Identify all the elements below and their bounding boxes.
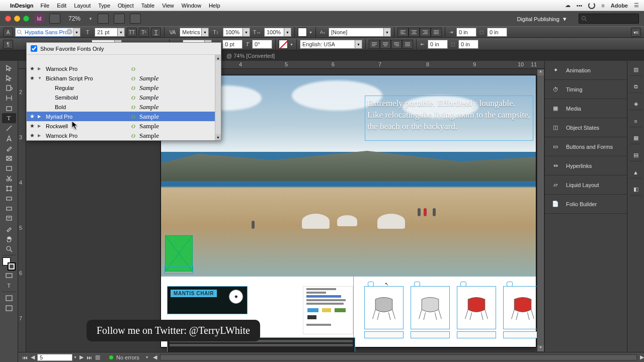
paragraph-formatting-mode[interactable]: ¶: [3, 40, 13, 49]
scissors-tool[interactable]: [2, 173, 16, 184]
panel-media[interactable]: ▦Media: [545, 99, 627, 118]
font-option-myriad-pro[interactable]: ★Myriad ProOSample: [27, 112, 221, 121]
view-options-button[interactable]: [98, 14, 109, 24]
favorite-star-icon[interactable]: ★: [27, 113, 38, 120]
rectangle-tool[interactable]: [2, 163, 16, 173]
menu-view[interactable]: View: [162, 3, 174, 9]
justify-left-button[interactable]: [369, 40, 380, 49]
space-before-field[interactable]: 0 in: [487, 28, 507, 37]
font-size-field[interactable]: 21 pt▼: [95, 28, 125, 37]
zoom-tool[interactable]: [2, 244, 16, 254]
content-collector-tool[interactable]: [2, 103, 16, 113]
chair-thumb[interactable]: [411, 286, 450, 346]
eyedropper-tool[interactable]: [2, 224, 16, 234]
panel-hyperlinks[interactable]: ⇔Hyperlinks: [545, 156, 627, 175]
vertical-scrollbar[interactable]: ▲ ▼: [537, 69, 544, 352]
swatches-panel-icon[interactable]: ▤: [630, 149, 642, 161]
menubar-extra-icon[interactable]: ☁︎: [565, 2, 571, 9]
pen-tool[interactable]: [2, 133, 16, 143]
chair-thumb[interactable]: ↖: [364, 286, 404, 346]
layers-panel-icon[interactable]: ◈: [630, 98, 642, 110]
note-tool[interactable]: [2, 214, 16, 224]
space-after-field[interactable]: 0 in: [458, 40, 478, 49]
preflight-status[interactable]: No errors▼: [109, 354, 149, 360]
fill-swatch[interactable]: [298, 28, 307, 37]
view-mode-preview[interactable]: [2, 303, 16, 313]
gap-tool[interactable]: [2, 93, 16, 103]
gradient-feather-tool[interactable]: [2, 204, 16, 214]
font-option-bickham-script-pro[interactable]: ★Bickham Script ProOSample: [27, 73, 221, 83]
underline-button[interactable]: T: [151, 28, 161, 37]
app-name[interactable]: InDesign: [10, 3, 33, 9]
indent-left-field[interactable]: 0 in: [456, 28, 476, 37]
align-right-button[interactable]: [420, 28, 431, 37]
expand-icon[interactable]: [38, 76, 46, 80]
expand-icon[interactable]: [38, 124, 46, 128]
menubar-extra-icon[interactable]: ≡: [601, 3, 604, 9]
sync-icon[interactable]: [588, 2, 595, 9]
chair-caption[interactable]: [457, 331, 496, 338]
panel-menu-icon[interactable]: ▾≡: [631, 28, 641, 37]
zoom-window[interactable]: [23, 16, 29, 22]
align-center-button[interactable]: [409, 28, 420, 37]
hero-text-frame[interactable]: Extremely portable. Effortlessly loungab…: [365, 96, 533, 141]
first-page-button[interactable]: ⏮: [21, 354, 28, 361]
font-option-semibold[interactable]: SemiboldOSample: [27, 93, 221, 102]
horizontal-scrollbar[interactable]: [160, 354, 637, 360]
apply-text-icon[interactable]: T: [2, 281, 16, 291]
hand-tool[interactable]: [2, 234, 16, 244]
text-thumb[interactable]: [303, 286, 353, 334]
placeholder-frame[interactable]: [165, 235, 193, 272]
font-family-field[interactable]: × ▼: [15, 28, 80, 37]
line-tool[interactable]: [2, 123, 16, 133]
favorite-star-icon[interactable]: ★: [27, 123, 38, 129]
favorite-star-icon[interactable]: ★: [27, 65, 38, 72]
expand-icon[interactable]: [38, 114, 46, 119]
prev-page-button[interactable]: ◀: [29, 354, 36, 361]
direct-selection-tool[interactable]: [2, 73, 16, 83]
free-transform-tool[interactable]: [2, 184, 16, 194]
last-page-button[interactable]: ⏭: [86, 354, 93, 361]
menu-help[interactable]: Help: [209, 3, 220, 9]
dropdown-scrollbar[interactable]: ▲▼: [215, 55, 221, 140]
menubar-extra-icon[interactable]: •••: [577, 3, 583, 9]
char-style-field[interactable]: [None]▼: [329, 28, 391, 37]
character-formatting-mode[interactable]: A: [3, 28, 13, 37]
menu-layout[interactable]: Layout: [74, 3, 91, 9]
panel-object-states[interactable]: ◫Object States: [545, 118, 627, 137]
fill-stroke-swatches[interactable]: [3, 257, 16, 270]
menu-window[interactable]: Window: [182, 3, 201, 9]
open-pages-button[interactable]: ▥: [94, 354, 101, 361]
links-panel-icon[interactable]: ⧉: [630, 81, 642, 93]
close-window[interactable]: [5, 16, 11, 22]
indent-right-field[interactable]: 0 in: [428, 40, 448, 49]
menu-table[interactable]: Table: [141, 3, 154, 9]
clear-icon[interactable]: ×: [66, 29, 72, 35]
vscale-field[interactable]: 100%▼: [223, 28, 250, 37]
zoom-level[interactable]: 72%: [65, 15, 84, 22]
arrange-button[interactable]: [130, 14, 141, 24]
page-tool[interactable]: [2, 83, 16, 93]
page-number-field[interactable]: 5: [37, 354, 72, 361]
help-search[interactable]: [579, 14, 639, 24]
menu-edit[interactable]: Edit: [57, 3, 66, 9]
kerning-field[interactable]: Metrics▼: [180, 28, 209, 37]
panel-liquid-layout[interactable]: ▱Liquid Layout: [545, 175, 627, 195]
screen-mode-button[interactable]: [114, 14, 125, 24]
gradient-tool[interactable]: [2, 194, 16, 204]
selection-tool[interactable]: [2, 63, 16, 73]
font-option-rockwell[interactable]: ★RockwellOSample: [27, 121, 221, 131]
show-favorites-checkbox[interactable]: [31, 45, 37, 52]
superscript-button[interactable]: T¹: [139, 28, 149, 37]
expand-icon[interactable]: [38, 133, 46, 138]
rectangle-frame-tool[interactable]: [2, 153, 16, 163]
pencil-tool[interactable]: [2, 143, 16, 153]
cc-libraries-icon[interactable]: ▲: [630, 166, 642, 178]
justify-all-button[interactable]: [402, 40, 413, 49]
hscale-field[interactable]: 100%▼: [264, 28, 291, 37]
panel-animation[interactable]: ✦Animation: [545, 61, 627, 80]
pages-panel-icon[interactable]: ▥: [630, 64, 642, 76]
overlays-panel-icon[interactable]: ◧: [630, 184, 642, 196]
fill-dropdown-icon[interactable]: ▼: [309, 31, 312, 34]
expand-icon[interactable]: [38, 66, 46, 71]
